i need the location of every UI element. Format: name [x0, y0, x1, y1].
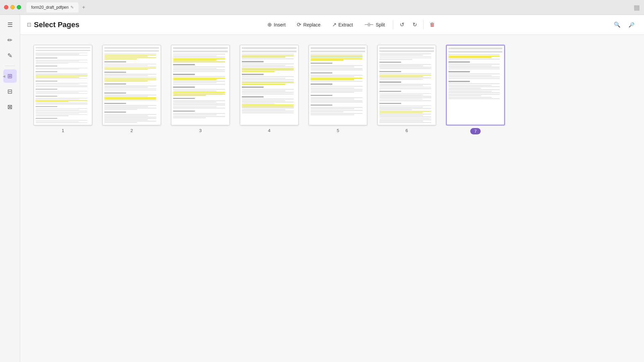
- toolbar-right: 🔍 🔎: [611, 19, 637, 31]
- page-item-7[interactable]: 7: [446, 45, 505, 134]
- insert-button[interactable]: ⊕ Insert: [262, 19, 291, 30]
- insert-icon: ⊕: [267, 21, 272, 28]
- edit-icon: ✎: [70, 5, 74, 10]
- replace-icon: ⟳: [297, 21, 301, 28]
- sidebar: ☰ ✏ ✎ ⊞ ◀ ⊟ ⊠: [0, 15, 20, 362]
- traffic-lights: [4, 5, 21, 9]
- main-content: ⊡ Select Pages ⊕ Insert ⟳ Replace ↗ Extr…: [20, 15, 644, 362]
- close-button[interactable]: [4, 5, 8, 9]
- sidebar-divider: [5, 66, 15, 66]
- page-item-4[interactable]: 4: [240, 45, 299, 134]
- stamps-icon: ⊟: [7, 88, 12, 95]
- sidebar-item-stamps[interactable]: ⊟: [3, 85, 17, 98]
- app-logo: ▦: [634, 3, 640, 11]
- pages-icon: ⊞: [7, 72, 12, 80]
- replace-button[interactable]: ⟳ Replace: [291, 19, 326, 30]
- split-icon: ⊣⊢: [364, 21, 374, 28]
- page-grid-area: 1: [20, 35, 644, 362]
- page-thumb-6[interactable]: [377, 45, 436, 125]
- pen-icon: ✏: [7, 37, 12, 44]
- page-number-5: 5: [337, 128, 339, 133]
- toolbar: ⊡ Select Pages ⊕ Insert ⟳ Replace ↗ Extr…: [20, 15, 644, 35]
- page-thumb-7[interactable]: [446, 45, 505, 125]
- page-number-2: 2: [130, 128, 133, 133]
- page-thumb-5[interactable]: [309, 45, 367, 125]
- extract-icon: ↗: [332, 21, 336, 28]
- zoom-out-button[interactable]: 🔎: [625, 19, 637, 31]
- insert-label: Insert: [274, 22, 285, 27]
- annotation-icon: ✎: [7, 52, 12, 59]
- extract-button[interactable]: ↗ Extract: [327, 19, 359, 30]
- delete-button[interactable]: 🗑: [426, 19, 438, 31]
- page-number-3: 3: [199, 128, 202, 133]
- sidebar-item-pen[interactable]: ✏: [3, 34, 17, 47]
- sidebar-item-book[interactable]: ☰: [3, 18, 17, 32]
- doc-header-2: [36, 50, 90, 51]
- toolbar-divider-1: [393, 20, 393, 29]
- minimize-button[interactable]: [10, 5, 15, 9]
- rotate-left-icon: ↺: [400, 21, 404, 28]
- zoom-out-icon: 🔎: [629, 22, 634, 27]
- page-number-4: 4: [268, 128, 270, 133]
- doc-header: [36, 47, 90, 48]
- toolbar-title-area: ⊡ Select Pages: [27, 20, 79, 29]
- rotate-right-icon: ↻: [413, 21, 417, 28]
- split-label: Split: [376, 22, 385, 27]
- zoom-in-icon: 🔍: [614, 21, 621, 28]
- forms-icon: ⊠: [7, 103, 12, 111]
- page-thumb-3[interactable]: [171, 45, 230, 125]
- book-icon: ☰: [7, 21, 13, 28]
- sidebar-item-annotation[interactable]: ✎: [3, 49, 17, 62]
- add-tab-button[interactable]: +: [80, 4, 87, 11]
- toolbar-divider-2: [423, 20, 424, 29]
- page-thumb-2[interactable]: [102, 45, 161, 125]
- trash-icon: 🗑: [430, 22, 435, 28]
- toolbar-actions: ⊕ Insert ⟳ Replace ↗ Extract ⊣⊢ Split ↺: [90, 19, 611, 31]
- page-thumb-4[interactable]: [240, 45, 299, 125]
- app-body: ☰ ✏ ✎ ⊞ ◀ ⊟ ⊠ ⊡ Select Pages: [0, 15, 644, 362]
- rotate-left-button[interactable]: ↺: [396, 19, 408, 31]
- page-item-1[interactable]: 1: [34, 45, 92, 134]
- sidebar-item-pages[interactable]: ⊞ ◀: [3, 69, 17, 83]
- zoom-in-button[interactable]: 🔍: [611, 19, 623, 31]
- split-button[interactable]: ⊣⊢ Split: [359, 19, 390, 30]
- tab-area: form20_draft_pdfpen ✎ +: [26, 2, 87, 12]
- active-tab[interactable]: form20_draft_pdfpen ✎: [26, 2, 78, 12]
- replace-label: Replace: [303, 22, 320, 27]
- tab-title: form20_draft_pdfpen: [31, 5, 68, 10]
- titlebar: form20_draft_pdfpen ✎ + ▦: [0, 0, 644, 15]
- chevron-icon: ◀: [3, 74, 5, 78]
- sidebar-item-forms[interactable]: ⊠: [3, 100, 17, 114]
- page-item-2[interactable]: 2: [102, 45, 161, 134]
- toolbar-title: Select Pages: [34, 20, 79, 29]
- page-number-6: 6: [406, 128, 408, 133]
- extract-label: Extract: [338, 22, 353, 27]
- page-number-1: 1: [62, 128, 64, 133]
- page-grid: 1: [34, 45, 631, 134]
- page-item-6[interactable]: 6: [377, 45, 436, 134]
- page-number-7: 7: [470, 128, 481, 134]
- page-thumb-1[interactable]: [34, 45, 92, 125]
- pages-title-icon: ⊡: [27, 21, 31, 28]
- page-item-5[interactable]: 5: [309, 45, 367, 134]
- maximize-button[interactable]: [17, 5, 21, 9]
- rotate-right-button[interactable]: ↻: [409, 19, 421, 31]
- page-item-3[interactable]: 3: [171, 45, 230, 134]
